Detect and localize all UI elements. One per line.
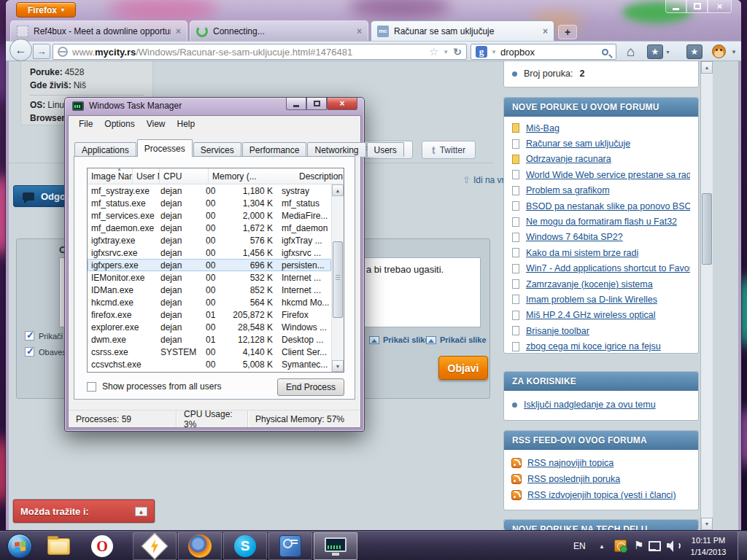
task-manager-tab[interactable]: Services xyxy=(193,142,241,157)
submit-button[interactable]: Objavi xyxy=(438,356,488,380)
topic-link-row[interactable]: Zamrzavanje (kocenje) sistema xyxy=(504,276,698,292)
topic-link[interactable]: zbog cega mi koce igrice na fejsu xyxy=(526,341,661,351)
menu-item[interactable]: Options xyxy=(98,119,140,129)
process-row[interactable]: IEMonitor.exe dejan 00 532 K Internet ..… xyxy=(88,271,331,284)
topic-link[interactable]: Windows 7 64bita SP2? xyxy=(526,232,623,242)
minimize-button[interactable] xyxy=(665,0,686,13)
bookmarks-star-icon[interactable]: ★ xyxy=(647,44,663,59)
topic-link[interactable]: Miš HP 2.4 GHz wireless optical xyxy=(526,310,656,320)
attach-image-link[interactable]: Prikači sliku xyxy=(369,335,430,344)
rss-link[interactable]: RSS poslednjih poruka xyxy=(527,474,620,484)
antivirus-tray-icon[interactable] xyxy=(614,540,627,552)
checkbox-checked-icon[interactable] xyxy=(25,347,34,357)
show-hidden-icons-icon[interactable]: ▲ xyxy=(599,543,605,550)
bookmarks-dropdown-icon[interactable]: ▼ xyxy=(665,50,670,55)
process-row[interactable]: igfxsrvc.exe dejan 00 1,456 K igfxsrvc .… xyxy=(88,246,331,259)
menu-item[interactable]: File xyxy=(73,119,98,129)
process-row[interactable]: igfxpers.exe dejan 00 696 K persisten... xyxy=(88,259,331,271)
topic-link[interactable]: Brisanje toolbar xyxy=(526,326,589,336)
topic-link-row[interactable]: BSOD pa nestanak slike pa ponovo BSOD xyxy=(504,198,698,214)
process-row[interactable]: mf_systray.exe dejan 00 1,180 K systray xyxy=(88,184,331,197)
url-bar[interactable]: www.mycity.rs/Windows/Racunar-se-sam-ukl… xyxy=(53,44,467,60)
tab-racunar-active[interactable]: mc Računar se sam uključuje × xyxy=(371,20,554,41)
menu-item[interactable]: View xyxy=(141,119,171,129)
topic-link-row[interactable]: Miš HP 2.4 GHz wireless optical xyxy=(504,308,698,323)
toolbar-overflow-icon[interactable]: ▼ xyxy=(731,49,737,55)
maybe-looking-bar[interactable]: Možda tražite i: ▲ xyxy=(13,499,155,523)
close-button[interactable]: × xyxy=(708,0,732,13)
process-row[interactable]: dwm.exe dejan 01 12,128 K Desktop ... xyxy=(88,333,331,346)
taskbar-item-control-panel[interactable] xyxy=(268,532,312,560)
rss-link[interactable]: RSS najnovijih topica xyxy=(527,458,614,468)
column-header[interactable]: User Name xyxy=(133,168,160,184)
scroll-up-icon[interactable]: ▲ xyxy=(332,184,344,196)
topic-link[interactable]: Odrzavanje racunara xyxy=(526,154,611,164)
topic-link-row[interactable]: Windows 7 64bita SP2? xyxy=(504,230,698,245)
go-to-top-link[interactable]: ⇧ Idi na vrh xyxy=(462,174,509,185)
back-button[interactable]: ← xyxy=(9,39,32,61)
scroll-down-icon[interactable]: ▼ xyxy=(701,518,713,530)
unsubscribe-row[interactable]: Isključi nadgledanje za ovu temu xyxy=(504,391,698,410)
volume-tray-icon[interactable] xyxy=(667,540,679,551)
column-header[interactable]: Memory (... xyxy=(209,168,295,184)
topic-link-row[interactable]: Kako da mi sistem brze radi xyxy=(504,245,698,260)
topic-link-row[interactable]: Win7 - Add applications shortcut to Favo… xyxy=(504,261,698,276)
tab-close-icon[interactable]: × xyxy=(543,26,548,36)
process-row[interactable]: hkcmd.exe dejan 00 564 K hkcmd Mo... xyxy=(88,296,331,308)
google-icon[interactable]: g xyxy=(476,46,487,58)
unsubscribe-link[interactable]: Isključi nadgledanje za ovu temu xyxy=(524,400,656,410)
topic-link[interactable]: Kako da mi sistem brze radi xyxy=(526,248,638,258)
menu-item[interactable]: Help xyxy=(171,119,201,129)
topic-link-row[interactable]: Problem sa grafikom xyxy=(504,183,698,198)
close-button[interactable]: × xyxy=(327,98,357,110)
start-button[interactable] xyxy=(7,534,32,559)
topic-link-row[interactable]: Odrzavanje racunara xyxy=(504,152,698,167)
topic-link-row[interactable]: World Wide Web service prestane sa radom xyxy=(504,167,698,182)
process-row[interactable]: mf_services.exe dejan 00 2,000 K MediaFi… xyxy=(88,209,331,222)
topic-link[interactable]: BSOD pa nestanak slike pa ponovo BSOD xyxy=(526,201,690,211)
taskbar-item-opera[interactable]: O xyxy=(88,534,117,558)
bookmark-star-icon[interactable]: ☆ xyxy=(429,45,438,58)
topic-link[interactable]: Ne mogu da formatiram flash u Fat32 xyxy=(526,217,677,227)
scroll-down-icon[interactable]: ▼ xyxy=(332,360,344,372)
process-row[interactable]: explorer.exe dejan 00 28,548 K Windows .… xyxy=(88,321,331,333)
task-manager-tab[interactable]: Processes xyxy=(137,139,193,157)
twitter-share-button[interactable]: t Twitter xyxy=(422,141,476,159)
action-center-flag-icon[interactable]: ⚑ xyxy=(634,539,643,552)
task-manager-tab[interactable]: Performance xyxy=(242,142,307,157)
rss-link-row[interactable]: RSS poslednjih poruka xyxy=(504,471,698,487)
rss-link-row[interactable]: RSS najnovijih topica xyxy=(504,455,698,471)
process-row[interactable]: mf_status.exe dejan 00 1,304 K mf_status xyxy=(88,197,331,209)
column-header[interactable]: CPU xyxy=(160,168,209,184)
scroll-up-icon[interactable]: ▲ xyxy=(701,61,713,74)
search-icon[interactable] xyxy=(602,49,608,55)
topic-link-row[interactable]: Imam problem sa D-link Wirelles xyxy=(504,292,698,307)
firefox-menu-button[interactable]: Firefox ▾ xyxy=(16,2,76,18)
taskbar-item-task-manager[interactable] xyxy=(314,532,357,560)
search-input[interactable]: dropbox xyxy=(500,47,598,58)
taskbar-item-explorer[interactable] xyxy=(44,534,73,558)
reload-icon[interactable]: ↻ xyxy=(453,46,462,58)
search-engine-dropdown-icon[interactable]: ▼ xyxy=(491,49,497,55)
process-row[interactable]: IDMan.exe dejan 00 852 K Internet ... xyxy=(88,284,331,296)
task-manager-tab[interactable]: Applications xyxy=(74,142,136,157)
process-row[interactable]: igfxtray.exe dejan 00 576 K igfxTray ... xyxy=(88,234,331,246)
taskbar-clock[interactable]: 10:11 PM 1/14/2013 xyxy=(681,534,735,558)
topic-link[interactable]: Miš-Bag xyxy=(526,123,560,133)
collapse-button[interactable]: ▲ xyxy=(135,507,147,516)
column-header[interactable]: Image Name xyxy=(88,168,133,184)
show-all-users-checkbox[interactable]: Show processes from all users xyxy=(87,381,221,392)
search-bar[interactable]: g ▼ dropbox xyxy=(471,44,616,60)
process-row[interactable]: firefox.exe dejan 01 205,872 K Firefox xyxy=(88,308,331,321)
taskbar-item-winamp[interactable] xyxy=(133,532,177,560)
language-indicator[interactable]: EN xyxy=(573,541,586,551)
topic-link-row[interactable]: zbog cega mi koce igrice na fejsu xyxy=(504,338,698,353)
process-row[interactable]: ccsvchst.exe 00 5,008 K Symantec... xyxy=(88,358,331,370)
rss-link[interactable]: RSS izdvojenjih topica (vesti i članci) xyxy=(527,490,676,500)
network-tray-icon[interactable] xyxy=(649,541,661,550)
tab-close-icon[interactable]: × xyxy=(357,26,362,36)
tab-ref4bux[interactable]: Ref4bux - Meet a downline opportunity × xyxy=(10,20,187,41)
rss-link-row[interactable]: RSS izdvojenjih topica (vesti i članci) xyxy=(504,487,698,503)
task-manager-tab[interactable]: Users xyxy=(367,142,404,157)
end-process-button[interactable]: End Process xyxy=(277,378,344,396)
